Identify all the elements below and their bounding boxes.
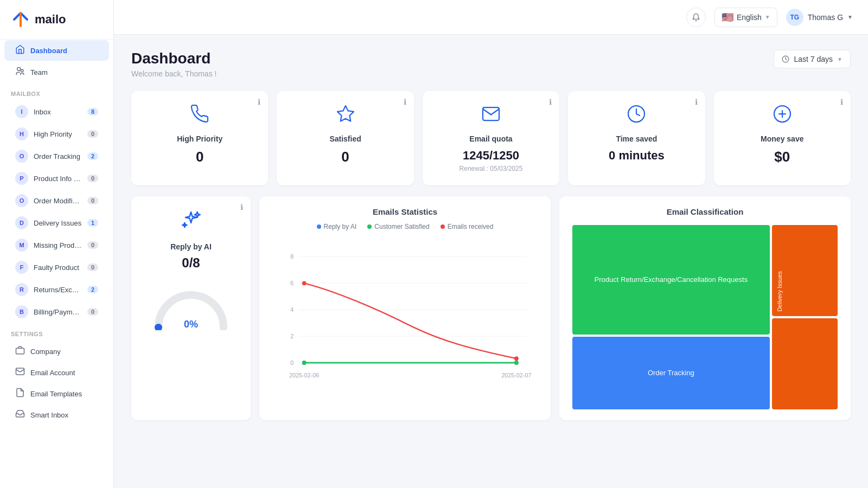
time-saved-stat-value: 0 minutes xyxy=(609,149,665,163)
satisfied-info-icon[interactable]: ℹ xyxy=(404,98,406,106)
app-logo-text: mailo xyxy=(35,12,66,27)
delivery-issues-badge: 1 xyxy=(87,219,98,227)
order-tracking-label: Order Tracking xyxy=(34,152,82,160)
treemap-order-tracking-label: Order Tracking xyxy=(648,369,694,377)
settings-list: Company Email Account Email Templates Sm… xyxy=(0,341,113,426)
lang-chevron-icon: ▼ xyxy=(765,14,770,20)
faulty-product-label: Faulty Product xyxy=(34,264,82,272)
order-modifica-label: Order Modifica... xyxy=(34,197,82,205)
email-account-label: Email Account xyxy=(30,369,98,377)
sidebar-item-billing[interactable]: B Billing/Paymen... 0 xyxy=(4,301,109,323)
app-header: 🇺🇸 English ▼ TG Thomas G ▼ xyxy=(114,0,868,35)
emails-statistics-card: Emails Statistics Reply by AI Customer S… xyxy=(259,196,551,420)
time-saved-info-icon[interactable]: ℹ xyxy=(695,98,698,106)
dashboard-subtitle: Welcome back, Thomas ! xyxy=(131,69,216,78)
user-chevron-icon: ▼ xyxy=(847,14,853,20)
svg-text:2: 2 xyxy=(290,333,293,339)
ai-gauge: 0% xyxy=(153,287,229,330)
sidebar-item-faulty-product[interactable]: F Faulty Product 0 xyxy=(4,256,109,278)
quota-info-icon[interactable]: ℹ xyxy=(549,98,552,106)
user-menu[interactable]: TG Thomas G ▼ xyxy=(786,9,853,26)
svg-text:2025-02-06: 2025-02-06 xyxy=(289,372,319,378)
dashboard-title-area: Dashboard Welcome back, Thomas ! xyxy=(131,50,216,78)
svg-point-23 xyxy=(514,356,519,361)
team-icon xyxy=(15,66,25,78)
sidebar-item-email-templates[interactable]: Email Templates xyxy=(4,383,109,404)
date-filter-button[interactable]: Last 7 days ▼ xyxy=(774,50,851,68)
treemap-cell-product-return: Product Return/Exchange/Cancellation Req… xyxy=(572,225,770,335)
billing-avatar: B xyxy=(15,305,28,318)
legend-reply-ai: Reply by AI xyxy=(317,223,357,230)
money-save-info-icon[interactable]: ℹ xyxy=(840,98,843,106)
order-tracking-badge: 2 xyxy=(87,152,98,160)
billing-badge: 0 xyxy=(87,308,98,316)
company-icon xyxy=(15,345,25,357)
stat-money-save: ℹ Money save $0 xyxy=(714,91,851,185)
billing-label: Billing/Paymen... xyxy=(34,308,82,316)
email-templates-icon xyxy=(15,388,25,400)
sidebar-item-returns[interactable]: R Returns/Exchan... 2 xyxy=(4,279,109,300)
missing-product-label: Missing Product xyxy=(34,241,82,249)
sidebar-item-team[interactable]: Team xyxy=(4,62,109,82)
sidebar-item-smart-inbox[interactable]: Smart Inbox xyxy=(4,404,109,425)
faulty-product-avatar: F xyxy=(15,261,28,274)
ai-card-value: 0/8 xyxy=(182,255,200,271)
treemap-product-return-label: Product Return/Exchange/Cancellation Req… xyxy=(595,275,748,284)
treemap-right: Delivery Issues xyxy=(772,225,838,409)
svg-text:6: 6 xyxy=(290,280,293,286)
sidebar-item-inbox[interactable]: I Inbox 8 xyxy=(4,101,109,123)
svg-point-27 xyxy=(514,361,519,365)
product-info-label: Product Info / A... xyxy=(34,175,82,183)
mailbox-section-label: Mailbox xyxy=(0,83,113,100)
svg-marker-5 xyxy=(337,106,354,121)
product-info-badge: 0 xyxy=(87,175,98,182)
reply-ai-dot xyxy=(317,224,321,229)
high-priority-info-icon[interactable]: ℹ xyxy=(258,98,260,106)
home-icon xyxy=(15,44,25,56)
svg-point-26 xyxy=(302,361,307,365)
chart-legend: Reply by AI Customer Satisfied Emails re… xyxy=(272,223,538,230)
language-selector[interactable]: 🇺🇸 English ▼ xyxy=(714,8,777,27)
svg-rect-2 xyxy=(16,348,24,354)
sidebar-item-missing-product[interactable]: M Missing Product 0 xyxy=(4,234,109,256)
satisfied-stat-label: Satisfied xyxy=(329,134,361,143)
received-dot xyxy=(441,224,445,229)
dashboard-content: Dashboard Welcome back, Thomas ! Last 7 … xyxy=(114,35,868,488)
language-label: English xyxy=(737,13,762,22)
legend-received: Emails received xyxy=(441,223,494,230)
satisfied-stat-icon xyxy=(336,104,355,128)
order-tracking-avatar: O xyxy=(15,150,28,163)
logo-area: mailo xyxy=(0,0,113,40)
legend-satisfied: Customer Satisfied xyxy=(367,223,429,230)
svg-rect-3 xyxy=(16,368,24,375)
ai-card-label: Reply by AI xyxy=(170,242,212,251)
sidebar-item-product-info[interactable]: P Product Info / A... 0 xyxy=(4,168,109,189)
returns-badge: 2 xyxy=(87,286,98,293)
money-save-stat-label: Money save xyxy=(761,134,803,143)
inbox-badge: 8 xyxy=(87,108,98,115)
legend-received-label: Emails received xyxy=(448,223,494,230)
stat-email-quota: ℹ Email quota 1245/1250 Renewal : 05/03/… xyxy=(423,91,559,185)
delivery-issues-avatar: D xyxy=(15,216,28,229)
bottom-row: ℹ Reply by AI 0/8 xyxy=(131,196,851,420)
satisfied-stat-value: 0 xyxy=(341,149,349,165)
sidebar-item-company[interactable]: Company xyxy=(4,341,109,362)
svg-point-22 xyxy=(302,281,307,285)
delivery-issues-label: Delivery Issues xyxy=(34,219,82,227)
ai-info-icon[interactable]: ℹ xyxy=(240,203,243,211)
sidebar-item-email-account[interactable]: Email Account xyxy=(4,362,109,383)
email-quota-renewal: Renewal : 05/03/2025 xyxy=(459,165,523,172)
svg-point-1 xyxy=(21,69,24,72)
missing-product-avatar: M xyxy=(15,239,28,252)
dashboard-header: Dashboard Welcome back, Thomas ! Last 7 … xyxy=(131,50,851,78)
sidebar-item-high-priority[interactable]: H High Priority 0 xyxy=(4,123,109,145)
sidebar-item-dashboard[interactable]: Dashboard xyxy=(4,40,109,61)
user-name: Thomas G xyxy=(808,13,843,22)
user-avatar: TG xyxy=(786,9,803,26)
date-filter-chevron-icon: ▼ xyxy=(837,56,843,62)
email-account-icon xyxy=(15,367,25,378)
sidebar-item-order-tracking[interactable]: O Order Tracking 2 xyxy=(4,145,109,167)
sidebar-item-order-modifica[interactable]: O Order Modifica... 0 xyxy=(4,190,109,211)
sidebar-item-delivery-issues[interactable]: D Delivery Issues 1 xyxy=(4,212,109,234)
notification-bell[interactable] xyxy=(686,8,706,27)
